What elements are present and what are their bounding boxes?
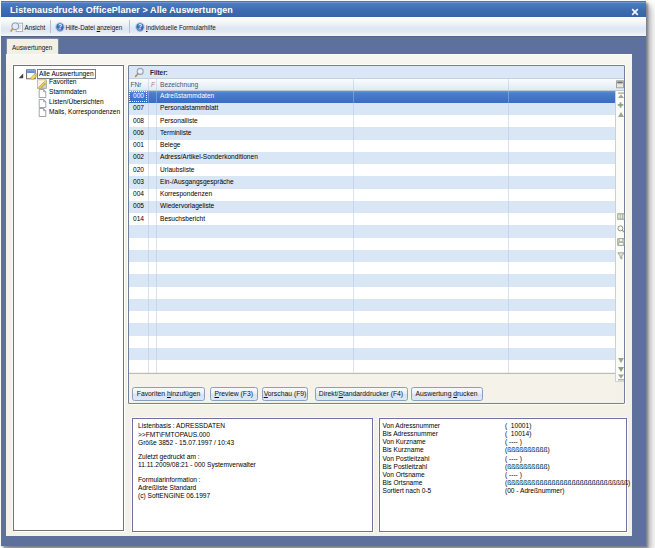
- svg-text:?: ?: [58, 23, 62, 30]
- svg-text:?: ?: [138, 23, 142, 30]
